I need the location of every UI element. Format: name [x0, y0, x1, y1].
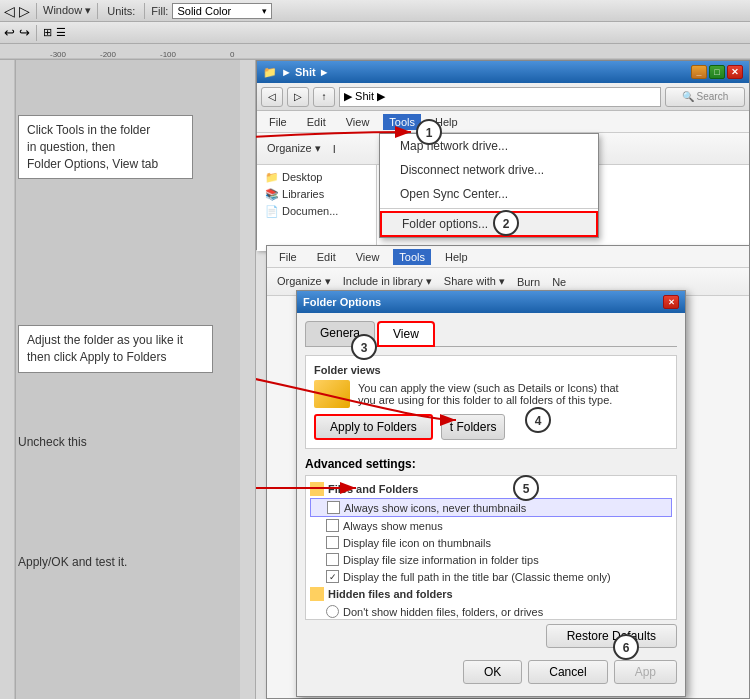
- win2-newfolder-btn[interactable]: Ne: [548, 273, 570, 291]
- annotation-panel: Click Tools in the folder in question, t…: [0, 60, 240, 699]
- ps-toolbar-row2: ↩ ↪ ⊞ ☰: [0, 22, 750, 44]
- win2-library-btn[interactable]: Include in library ▾: [339, 272, 436, 291]
- setting-always-show-menus[interactable]: Always show menus: [310, 517, 672, 534]
- menu-view[interactable]: View: [340, 114, 376, 130]
- win1-navbar: ◁ ▷ ↑ ▶ Shit ▶ 🔍 Search: [257, 83, 749, 111]
- documents-item[interactable]: 📄 Documen...: [261, 203, 372, 220]
- checkbox-file-size-info[interactable]: [326, 553, 339, 566]
- separator: [36, 3, 37, 19]
- tab-general[interactable]: Genera: [305, 321, 375, 346]
- desktop-item[interactable]: 📁 Desktop: [261, 169, 372, 186]
- win2-burn-btn[interactable]: Burn: [513, 273, 544, 291]
- setting-dont-show-hidden[interactable]: Don't show hidden files, folders, or dri…: [310, 603, 672, 620]
- tools-dropdown: Map network drive... Disconnect network …: [379, 133, 599, 238]
- tab-bar: Genera View: [305, 321, 677, 347]
- close-button[interactable]: ✕: [727, 65, 743, 79]
- dialog-controls: ✕: [663, 295, 679, 309]
- win2-menubar: File Edit View Tools Help: [267, 246, 749, 268]
- checkbox-always-show-icons[interactable]: [327, 501, 340, 514]
- folder-views-section: Folder views You can apply the view (suc…: [305, 355, 677, 449]
- separator3: [144, 3, 145, 19]
- radio-dont-show-hidden[interactable]: [326, 605, 339, 618]
- library-btn[interactable]: I: [329, 140, 340, 158]
- setting-full-path[interactable]: Display the full path in the title bar (…: [310, 568, 672, 585]
- apply-to-folders-btn[interactable]: Apply to Folders: [314, 414, 433, 440]
- win2-organize-btn[interactable]: Organize ▾: [273, 272, 335, 291]
- menu-separator: [380, 208, 598, 209]
- list-icon[interactable]: ☰: [56, 26, 66, 39]
- restore-defaults-btn[interactable]: Restore Defaults: [546, 624, 677, 648]
- menu-file[interactable]: File: [263, 114, 293, 130]
- sync-center-item[interactable]: Open Sync Center...: [380, 182, 598, 206]
- svg-text:-200: -200: [100, 50, 117, 59]
- folder-category-icon: [310, 482, 324, 496]
- ruler-horizontal: -300 -200 -100 0: [0, 44, 750, 60]
- tab-view[interactable]: View: [377, 321, 435, 347]
- menu-edit[interactable]: Edit: [301, 114, 332, 130]
- folder-views-text: You can apply the view (such as Details …: [358, 382, 668, 406]
- libraries-item[interactable]: 📚 Libraries: [261, 186, 372, 203]
- category-files-folders: Files and Folders: [310, 480, 672, 498]
- advanced-title: Advanced settings:: [305, 457, 677, 471]
- rotate-left-icon[interactable]: ↩: [4, 25, 15, 40]
- folder-icon-small: [314, 380, 350, 408]
- ruler-vertical: [0, 60, 16, 699]
- settings-list[interactable]: Files and Folders Always show icons, nev…: [305, 475, 677, 620]
- organize-btn[interactable]: Organize ▾: [263, 139, 325, 158]
- fill-label: Fill:: [151, 5, 168, 17]
- folder-options-item[interactable]: Folder options...: [380, 211, 598, 237]
- nav-pane: 📁 Desktop 📚 Libraries 📄 Documen...: [257, 165, 377, 251]
- cancel-btn[interactable]: Cancel: [528, 660, 607, 684]
- advanced-section: Advanced settings: Files and Folders Alw…: [305, 457, 677, 620]
- rotate-right-icon[interactable]: ↪: [19, 25, 30, 40]
- separator2: [97, 3, 98, 19]
- setting-always-show-icons[interactable]: Always show icons, never thumbnails: [310, 498, 672, 517]
- forward-icon[interactable]: ▷: [19, 3, 30, 19]
- apply-btn[interactable]: App: [614, 660, 677, 684]
- window-menu[interactable]: Window ▾: [43, 4, 91, 17]
- up-nav-btn[interactable]: ↑: [313, 87, 335, 107]
- folder-options-dialog: Folder Options ✕ Genera View Folder view…: [296, 290, 686, 697]
- win1-title: ► Shit ►: [281, 66, 330, 78]
- reset-folders-btn[interactable]: t Folders: [441, 414, 506, 440]
- setting-file-icon-thumbnails[interactable]: Display file icon on thumbnails: [310, 534, 672, 551]
- dialog-buttons: OK Cancel App: [305, 656, 677, 688]
- win2-menu-tools[interactable]: Tools: [393, 249, 431, 265]
- address-bar[interactable]: ▶ Shit ▶: [339, 87, 661, 107]
- win1-controls: _ □ ✕: [691, 65, 743, 79]
- back-icon[interactable]: ◁: [4, 3, 15, 19]
- checkbox-always-show-menus[interactable]: [326, 519, 339, 532]
- maximize-button[interactable]: □: [709, 65, 725, 79]
- forward-nav-btn[interactable]: ▷: [287, 87, 309, 107]
- checkbox-file-icon-thumbnails[interactable]: [326, 536, 339, 549]
- fill-input[interactable]: Solid Color ▾: [172, 3, 272, 19]
- minimize-button[interactable]: _: [691, 65, 707, 79]
- dialog-content: Genera View Folder views You can apply t…: [297, 313, 685, 696]
- disconnect-network-item[interactable]: Disconnect network drive...: [380, 158, 598, 182]
- win2-share-btn[interactable]: Share with ▾: [440, 272, 509, 291]
- dialog-close-btn[interactable]: ✕: [663, 295, 679, 309]
- menu-tools[interactable]: Tools: [383, 114, 421, 130]
- win2-menu-help[interactable]: Help: [439, 249, 474, 265]
- ok-btn[interactable]: OK: [463, 660, 522, 684]
- folder-views-content: You can apply the view (such as Details …: [314, 380, 668, 408]
- setting-file-size-info[interactable]: Display file size information in folder …: [310, 551, 672, 568]
- win2-menu-view[interactable]: View: [350, 249, 386, 265]
- menu-help[interactable]: Help: [429, 114, 464, 130]
- view-icon[interactable]: ⊞: [43, 26, 52, 39]
- ruler-v-main: [240, 60, 256, 699]
- back-nav-btn[interactable]: ◁: [261, 87, 283, 107]
- win2-menu-edit[interactable]: Edit: [311, 249, 342, 265]
- category-hidden-files: Hidden files and folders: [310, 585, 672, 603]
- units-label: Units:: [104, 5, 138, 17]
- svg-text:0: 0: [230, 50, 235, 59]
- win2-menu-file[interactable]: File: [273, 249, 303, 265]
- checkbox-full-path[interactable]: [326, 570, 339, 583]
- map-network-item[interactable]: Map network drive...: [380, 134, 598, 158]
- win1-titlebar: 📁 ► Shit ► _ □ ✕: [257, 61, 749, 83]
- folder-views-title: Folder views: [314, 364, 668, 376]
- search-btn[interactable]: 🔍 Search: [665, 87, 745, 107]
- win1-menubar: File Edit View Tools Help: [257, 111, 749, 133]
- windows-area: 📁 ► Shit ► _ □ ✕ ◁ ▷ ↑ ▶ Shit ▶ 🔍 Search: [256, 60, 750, 699]
- main-area: Click Tools in the folder in question, t…: [0, 60, 750, 699]
